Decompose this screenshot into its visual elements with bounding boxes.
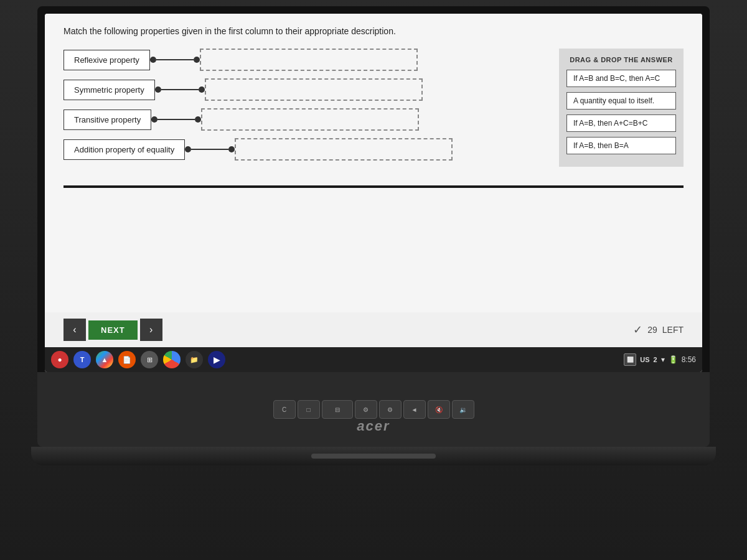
connector-2 bbox=[155, 78, 205, 101]
answer-chip-1[interactable]: If A=B and B=C, then A=C bbox=[566, 70, 676, 87]
answers-panel: DRAG & DROP THE ANSWER If A=B and B=C, t… bbox=[559, 49, 684, 167]
taskbar-right: ⬜ US 2 ▾ 🔋 8:56 bbox=[624, 353, 696, 366]
drag-drop-label: DRAG & DROP THE ANSWER bbox=[566, 56, 676, 63]
keyboard-area: C □ ⊟ ⚙ ⚙ ◄ 🔇 🔉 acer bbox=[37, 372, 710, 447]
dot-right-4 bbox=[228, 146, 235, 152]
answer-chip-2[interactable]: A quantity equal to itself. bbox=[566, 92, 676, 110]
answer-chip-3[interactable]: If A=B, then A+C=B+C bbox=[566, 114, 676, 132]
key-settings2[interactable]: ⚙ bbox=[379, 400, 402, 419]
key-settings[interactable]: ⚙ bbox=[355, 400, 377, 419]
dot-left-4 bbox=[185, 146, 191, 152]
next-button[interactable]: NEXT bbox=[88, 320, 138, 340]
match-row-4: Addition property of equality bbox=[63, 138, 547, 161]
dot-left-1 bbox=[150, 57, 156, 63]
score-left-number: 29 bbox=[647, 325, 657, 335]
screen: Match the following properties given in … bbox=[45, 14, 702, 372]
taskbar-icon-drive[interactable]: ▲ bbox=[96, 351, 113, 368]
matching-main: Reflexive property Symmetric property bbox=[63, 49, 684, 167]
line-1 bbox=[156, 59, 194, 60]
dot-right-3 bbox=[195, 116, 201, 123]
next-arrow-button[interactable]: › bbox=[140, 319, 162, 341]
property-reflexive[interactable]: Reflexive property bbox=[63, 50, 150, 70]
drop-target-3[interactable] bbox=[201, 108, 419, 131]
taskbar-icon-chrome[interactable] bbox=[163, 351, 181, 368]
taskbar-icon-1[interactable]: ● bbox=[51, 351, 68, 368]
key-row-1: C □ ⊟ ⚙ ⚙ ◄ 🔇 🔉 bbox=[273, 400, 474, 419]
dot-left-2 bbox=[155, 86, 161, 93]
bottom-bar: ‹ NEXT › ✓ 29 LEFT bbox=[45, 312, 702, 347]
key-square[interactable]: □ bbox=[298, 400, 320, 419]
score-left-label: LEFT bbox=[662, 325, 684, 335]
key-window[interactable]: ⊟ bbox=[322, 400, 353, 419]
matching-rows: Reflexive property Symmetric property bbox=[63, 49, 547, 161]
keyboard: C □ ⊟ ⚙ ⚙ ◄ 🔇 🔉 bbox=[273, 400, 474, 419]
key-c[interactable]: C bbox=[273, 400, 296, 419]
key-back[interactable]: ◄ bbox=[403, 400, 426, 419]
prev-button[interactable]: ‹ bbox=[63, 319, 86, 341]
right-arrow-icon: › bbox=[149, 324, 153, 335]
match-row-3: Transitive property bbox=[63, 108, 547, 131]
key-mute[interactable]: 🔇 bbox=[428, 400, 450, 419]
line-2 bbox=[161, 89, 199, 90]
taskbar: ● T ▲ 📄 ⊞ 📁 bbox=[45, 347, 702, 372]
wifi-icon: ▾ bbox=[661, 355, 665, 364]
instruction-text: Match the following properties given in … bbox=[63, 26, 684, 36]
property-addition[interactable]: Addition property of equality bbox=[63, 139, 185, 160]
divider bbox=[63, 185, 684, 188]
match-row-2: Symmetric property bbox=[63, 78, 547, 101]
line-3 bbox=[157, 119, 195, 120]
score-area: ✓ 29 LEFT bbox=[633, 323, 684, 337]
checkmark-icon: ✓ bbox=[633, 323, 642, 337]
drop-target-1[interactable] bbox=[200, 49, 418, 71]
taskbar-icon-files[interactable]: 📁 bbox=[186, 351, 203, 368]
key-vol[interactable]: 🔉 bbox=[452, 400, 474, 419]
battery-icon: 🔋 bbox=[669, 355, 678, 364]
dot-right-1 bbox=[194, 57, 200, 63]
line-4 bbox=[191, 149, 228, 150]
screen-bezel: Match the following properties given in … bbox=[37, 6, 710, 372]
property-symmetric[interactable]: Symmetric property bbox=[63, 80, 155, 100]
dot-left-3 bbox=[151, 116, 157, 123]
laptop-frame: Match the following properties given in … bbox=[0, 0, 747, 560]
property-transitive[interactable]: Transitive property bbox=[63, 110, 151, 130]
screen-toggle-icon[interactable]: ⬜ bbox=[624, 353, 636, 366]
laptop-bottom bbox=[31, 447, 716, 465]
connector-4 bbox=[185, 138, 235, 161]
content-area: Match the following properties given in … bbox=[45, 14, 702, 312]
taskbar-icon-play[interactable]: ▶ bbox=[208, 351, 225, 368]
nav-group: ‹ NEXT › bbox=[63, 319, 162, 341]
acer-logo: acer bbox=[357, 418, 390, 434]
connector-3 bbox=[151, 108, 201, 131]
drop-target-4[interactable] bbox=[235, 138, 453, 161]
taskbar-time: 8:56 bbox=[682, 355, 696, 364]
taskbar-us-label: US bbox=[640, 356, 649, 363]
dot-right-2 bbox=[199, 86, 205, 93]
drop-target-2[interactable] bbox=[205, 78, 423, 101]
taskbar-icon-grid[interactable]: ⊞ bbox=[141, 351, 158, 368]
taskbar-icon-docs[interactable]: 📄 bbox=[118, 351, 136, 368]
taskbar-badge: 2 bbox=[654, 356, 657, 363]
taskbar-icon-teams[interactable]: T bbox=[73, 351, 91, 368]
left-arrow-icon: ‹ bbox=[73, 324, 76, 335]
connector-1 bbox=[150, 49, 200, 71]
answer-chip-4[interactable]: If A=B, then B=A bbox=[566, 137, 676, 154]
match-row-1: Reflexive property bbox=[63, 49, 547, 71]
laptop-hinge bbox=[311, 454, 436, 459]
